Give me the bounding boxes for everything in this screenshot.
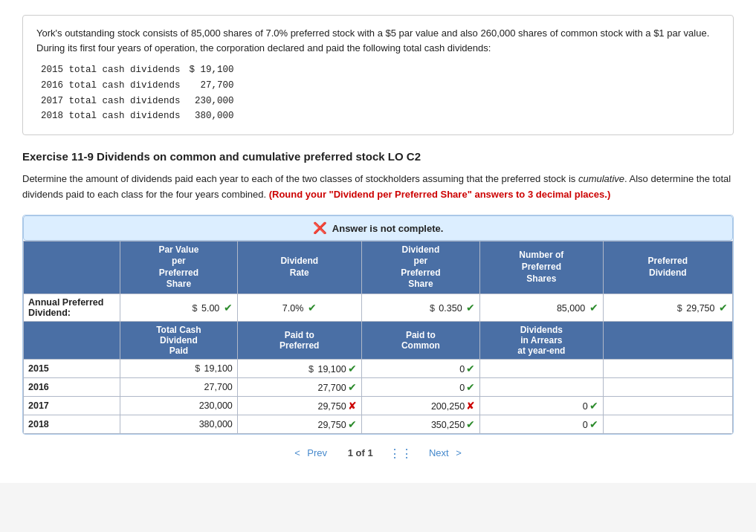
- paid-preferred-cell[interactable]: 29,750✘: [237, 396, 361, 415]
- th2-empty2: [603, 321, 732, 359]
- div-year: 2017 total cash dividends: [36, 94, 185, 109]
- dollar-pd: $: [677, 303, 682, 314]
- year-data-row: 2015 $ 19,100 $ 19,100✔ 0✔: [24, 359, 733, 377]
- th-par-value: Par ValueperPreferredShare: [120, 241, 238, 293]
- th-dividend-per-share: DividendperPreferredShare: [361, 241, 479, 293]
- total-cash-cell: 380,000: [120, 415, 238, 433]
- annual-label: Annual PreferredDividend:: [24, 293, 120, 321]
- th-num-preferred-shares: Number ofPreferredShares: [480, 241, 604, 293]
- paid-preferred-cell[interactable]: $ 19,100✔: [237, 359, 361, 377]
- rate-check-icon: ✔: [308, 302, 317, 314]
- dps-check-icon: ✔: [466, 302, 475, 314]
- header-row-1: Par ValueperPreferredShare DividendRate …: [24, 241, 733, 293]
- th2-empty: [24, 321, 120, 359]
- arrears-cell[interactable]: [480, 359, 604, 377]
- div-amount: 230,000: [185, 94, 239, 109]
- check-green-icon: ✔: [589, 418, 598, 430]
- check-green-icon: ✔: [348, 363, 357, 374]
- prev-button[interactable]: < Prev: [294, 447, 332, 458]
- dividend-row: 2018 total cash dividends380,000: [36, 108, 239, 124]
- check-red-icon: ✘: [348, 400, 357, 412]
- section2-header-row: Total CashDividendPaid Paid toPreferred …: [24, 321, 733, 359]
- div-amount: $ 19,100: [185, 62, 239, 78]
- dividend-rate-cell[interactable]: 7.0% ✔: [237, 293, 361, 321]
- check-green-icon: ✔: [466, 418, 475, 430]
- empty-cell: [603, 359, 732, 377]
- check-green-icon: ✔: [589, 400, 598, 412]
- par-value-val: 5.00: [201, 303, 219, 314]
- answer-table: Par ValueperPreferredShare DividendRate …: [23, 241, 733, 434]
- pagination: < Prev 1 of 1 ⋮⋮ Next >: [22, 447, 734, 461]
- arrears-cell[interactable]: 0✔: [480, 396, 604, 415]
- ns-check-icon: ✔: [589, 302, 598, 314]
- dollar-total: $: [195, 363, 200, 374]
- page-info: 1 of 1: [343, 447, 381, 458]
- th-dividend-rate: DividendRate: [237, 241, 361, 293]
- total-cash-cell: $ 19,100: [120, 359, 238, 377]
- instructions-red: (Round your "Dividend per Preferred Shar…: [269, 189, 611, 200]
- instructions-italic: cumulative: [578, 173, 624, 184]
- grid-icon[interactable]: ⋮⋮: [389, 447, 413, 460]
- div-amount: 380,000: [185, 108, 239, 124]
- arrears-cell[interactable]: 0✔: [480, 415, 604, 433]
- problem-box: York's outstanding stock consists of 85,…: [22, 15, 734, 135]
- div-year: 2018 total cash dividends: [36, 108, 185, 124]
- total-cash-cell: 27,700: [120, 377, 238, 396]
- pd-val: 29,750: [686, 303, 714, 314]
- dollar-par: $: [193, 303, 198, 314]
- year-data-row: 2017 230,000 29,750✘ 200,250✘ 0✔: [24, 396, 733, 415]
- dollar-pref: $: [308, 364, 314, 374]
- exercise-title: Exercise 11-9 Dividends on common and cu…: [22, 150, 734, 163]
- th2-total-cash: Total CashDividendPaid: [120, 321, 238, 359]
- th2-dividends-arrears: Dividendsin Arrearsat year-end: [480, 321, 604, 359]
- instructions-text1: Determine the amount of dividends paid e…: [22, 173, 578, 184]
- empty-cell: [603, 377, 732, 396]
- par-value-cell[interactable]: $ 5.00 ✔: [120, 293, 238, 321]
- year-label: 2015: [24, 359, 120, 377]
- preferred-dividend-cell[interactable]: $ 29,750 ✔: [603, 293, 732, 321]
- total-cash-cell: 230,000: [120, 396, 238, 415]
- par-check-icon: ✔: [224, 302, 233, 314]
- dividend-row: 2015 total cash dividends$ 19,100: [36, 62, 239, 78]
- empty-cell: [603, 415, 732, 433]
- check-red-icon: ✘: [466, 400, 475, 412]
- dividend-rate-val: 7.0%: [282, 303, 304, 314]
- year-data-row: 2016 27,700 27,700✔ 0✔: [24, 377, 733, 396]
- paid-preferred-cell[interactable]: 27,700✔: [237, 377, 361, 396]
- dps-cell[interactable]: $ 0.350 ✔: [361, 293, 479, 321]
- check-green-icon: ✔: [466, 381, 475, 393]
- arrears-cell[interactable]: [480, 377, 604, 396]
- year-data-row: 2018 380,000 29,750✔ 350,250✔ 0✔: [24, 415, 733, 433]
- x-icon: ❌: [313, 221, 327, 234]
- paid-common-cell[interactable]: 0✔: [361, 359, 479, 377]
- paid-preferred-cell[interactable]: 29,750✔: [237, 415, 361, 433]
- pd-check-icon: ✔: [719, 302, 728, 314]
- div-amount: 27,700: [185, 78, 239, 94]
- answer-table-container: ❌ Answer is not complete. Par ValueperPr…: [22, 215, 734, 435]
- banner-text: Answer is not complete.: [332, 223, 444, 234]
- annual-preferred-row: Annual PreferredDividend: $ 5.00 ✔ 7.0% …: [24, 293, 733, 321]
- check-green-icon: ✔: [348, 381, 357, 393]
- num-shares-cell[interactable]: 85,000 ✔: [480, 293, 604, 321]
- next-button[interactable]: Next >: [424, 447, 462, 458]
- num-shares-val: 85,000: [557, 303, 585, 314]
- year-label: 2017: [24, 396, 120, 415]
- paid-common-cell[interactable]: 350,250✔: [361, 415, 479, 433]
- dividend-row: 2016 total cash dividends27,700: [36, 78, 239, 94]
- dps-val: 0.350: [439, 303, 462, 314]
- div-year: 2016 total cash dividends: [36, 78, 185, 94]
- paid-common-cell[interactable]: 200,250✘: [361, 396, 479, 415]
- check-green-icon: ✔: [348, 418, 357, 430]
- th-empty1: [24, 241, 120, 293]
- year-label: 2018: [24, 415, 120, 433]
- empty-cell: [603, 396, 732, 415]
- dollar-dps: $: [430, 303, 435, 314]
- check-green-icon: ✔: [466, 363, 475, 374]
- answer-banner: ❌ Answer is not complete.: [23, 215, 733, 241]
- th-preferred-dividend: PreferredDividend: [603, 241, 732, 293]
- instructions: Determine the amount of dividends paid e…: [22, 172, 734, 203]
- paid-common-cell[interactable]: 0✔: [361, 377, 479, 396]
- dividend-table: 2015 total cash dividends$ 19,1002016 to…: [36, 62, 720, 124]
- dividend-row: 2017 total cash dividends230,000: [36, 94, 239, 109]
- th2-paid-common: Paid toCommon: [361, 321, 479, 359]
